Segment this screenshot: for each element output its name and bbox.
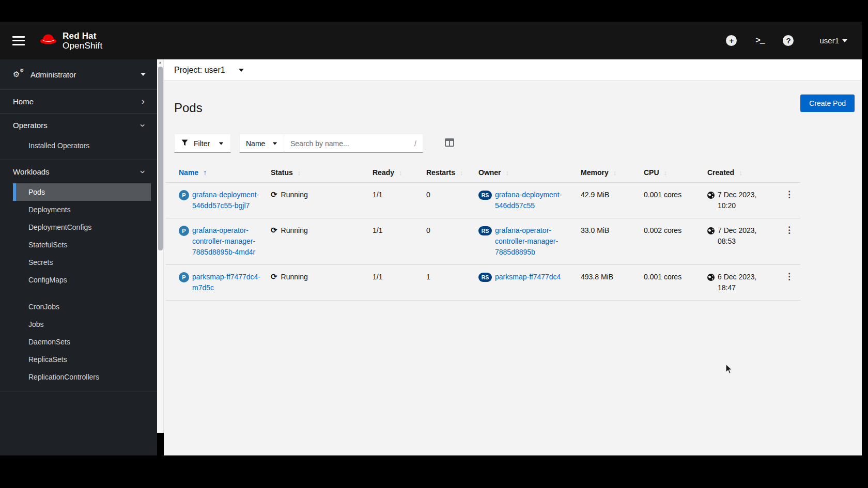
- sidebar-nav-item[interactable]: Secrets: [13, 254, 151, 271]
- sidebar-nav-item[interactable]: Jobs: [13, 316, 151, 333]
- kebab-menu-icon[interactable]: ⋮: [778, 190, 800, 200]
- chevron-down-icon: [141, 73, 146, 76]
- sidebar-group: Operators › Installed Operators: [0, 114, 157, 160]
- user-menu[interactable]: user1: [819, 36, 847, 45]
- pod-link[interactable]: grafana-deployment-546dd57c55-bgjl7: [192, 190, 266, 211]
- terminal-icon[interactable]: >_: [755, 36, 764, 45]
- table-body: P grafana-deployment-546dd57c55-bgjl7 ⟳ …: [166, 182, 800, 300]
- redhat-fedora-icon: [38, 33, 58, 49]
- created-time: 18:47: [718, 284, 736, 292]
- pod-badge-icon: P: [179, 226, 189, 236]
- masthead: Red Hat OpenShift + >_ ? user1: [0, 22, 862, 59]
- sidebar-nav-item-label: Secrets: [28, 258, 53, 266]
- sidebar-nav-item[interactable]: Installed Operators: [13, 137, 151, 154]
- column-header-label: Restarts: [426, 168, 455, 177]
- filter-dropdown[interactable]: Filter: [174, 134, 231, 153]
- sidebar-nav-item-label: Installed Operators: [28, 141, 89, 150]
- sidebar-nav-item[interactable]: CronJobs: [13, 298, 151, 316]
- pod-link[interactable]: grafana-operator-controller-manager-7885…: [192, 225, 266, 258]
- column-header[interactable]: Owner ↑ ↕: [478, 168, 581, 177]
- search-type-dropdown[interactable]: Name: [239, 134, 284, 153]
- column-header[interactable]: Created ↑ ↕: [707, 168, 778, 177]
- pod-created-cell: 6 Dec 2023, 18:47: [707, 272, 778, 293]
- sidebar-group-header[interactable]: Workloads ›: [0, 160, 157, 183]
- owner-link[interactable]: parksmap-ff7477dc4: [495, 272, 561, 282]
- content-scrollbar[interactable]: ▲: [157, 59, 164, 433]
- column-header[interactable]: Name ↑ ↕: [179, 168, 271, 177]
- main-content: Project: user1 Pods Create Pod Filter Na…: [164, 59, 862, 455]
- sidebar-nav-item[interactable]: StatefulSets: [13, 236, 151, 254]
- sidebar-nav-item[interactable]: ReplicationControllers: [13, 368, 151, 386]
- sidebar-nav-item-label: Jobs: [28, 320, 44, 328]
- page-header: Pods Create Pod: [164, 81, 862, 115]
- sidebar-nav-item[interactable]: Pods: [13, 183, 151, 201]
- create-pod-button[interactable]: Create Pod: [800, 95, 855, 112]
- kebab-menu-icon[interactable]: ⋮: [778, 272, 800, 282]
- pod-link[interactable]: parksmap-ff7477dc4-m7d5c: [192, 272, 266, 293]
- sortable-icon: ↕: [298, 169, 301, 177]
- import-yaml-plus-icon[interactable]: +: [726, 35, 737, 46]
- brand-line1: Red Hat: [63, 31, 102, 41]
- column-header[interactable]: Restarts ↑ ↕: [426, 168, 478, 177]
- table-bottom-divider: [166, 300, 800, 301]
- column-header[interactable]: Ready ↑ ↕: [373, 168, 426, 177]
- project-selector-label[interactable]: Project: user1: [174, 66, 225, 75]
- pod-status-cell: ⟳ Running: [271, 272, 373, 282]
- pod-created-cell: 7 Dec 2023, 08:53: [707, 225, 778, 247]
- column-header-label: Created: [707, 168, 734, 177]
- sidebar-nav-item[interactable]: ReplicaSets: [13, 351, 151, 368]
- filter-funnel-icon: [181, 139, 188, 148]
- sidebar-group-items: Installed Operators: [0, 137, 157, 160]
- column-header-label: Memory: [581, 168, 609, 177]
- running-sync-icon: ⟳: [271, 225, 277, 235]
- kebab-menu-icon[interactable]: ⋮: [778, 225, 800, 235]
- pod-ready-cell: 1/1: [373, 190, 426, 200]
- sidebar-nav-item[interactable]: ConfigMaps: [13, 271, 151, 289]
- sidebar-group-items: Pods Deployments DeploymentConfigs State…: [0, 183, 157, 391]
- manage-columns-icon[interactable]: [445, 138, 454, 149]
- scrollbar-thumb[interactable]: [158, 67, 163, 250]
- pod-row: P parksmap-ff7477dc4-m7d5c ⟳ Running 1/1…: [166, 264, 800, 300]
- sidebar-nav-item[interactable]: DaemonSets: [13, 333, 151, 351]
- mouse-cursor: [725, 364, 733, 377]
- perspective-switcher[interactable]: ⚙⚙ Administrator: [0, 59, 157, 90]
- sortable-icon: ↕: [399, 169, 402, 177]
- search-input[interactable]: [290, 139, 399, 148]
- pod-status-label: Running: [281, 272, 308, 282]
- sidebar-nav-item[interactable]: DeploymentConfigs: [13, 218, 151, 236]
- sidebar-group-header[interactable]: Operators ›: [0, 114, 157, 137]
- sidebar-nav-item-label: ConfigMaps: [28, 276, 67, 284]
- sidebar-nav-item-label: ReplicationControllers: [28, 373, 99, 381]
- chevron-down-icon: [219, 142, 224, 145]
- owner-link[interactable]: grafana-deployment-546dd57c55: [495, 190, 575, 211]
- globe-timestamp-icon: [707, 227, 715, 238]
- brand-line2: OpenShift: [63, 41, 102, 51]
- sidebar-nav-item[interactable]: Deployments: [13, 201, 151, 218]
- pod-cpu-cell: 0.002 cores: [644, 225, 707, 236]
- pod-restarts-cell: 0: [426, 225, 478, 236]
- hamburger-menu-icon[interactable]: [12, 36, 25, 45]
- sortable-icon: ↕: [739, 169, 742, 177]
- help-icon[interactable]: ?: [783, 35, 794, 46]
- column-header[interactable]: Memory ↑ ↕: [581, 168, 644, 177]
- user-menu-label: user1: [819, 36, 839, 45]
- search-type-label: Name: [246, 139, 268, 148]
- replicaset-badge-icon: RS: [478, 191, 492, 200]
- column-header[interactable]: CPU ↑ ↕: [644, 168, 707, 177]
- brand-logo: Red Hat OpenShift: [38, 31, 102, 51]
- project-bar: Project: user1: [164, 59, 862, 81]
- sidebar-group-header[interactable]: Home ›: [0, 90, 157, 113]
- column-header[interactable]: Status ↑ ↕: [271, 168, 373, 177]
- created-time: 08:53: [718, 237, 736, 245]
- sortable-icon: ↕: [613, 169, 617, 177]
- pod-owner-cell: RS parksmap-ff7477dc4: [478, 272, 581, 282]
- chevron-down-icon: [842, 39, 847, 42]
- sidebar-nav-item[interactable]: [13, 289, 151, 298]
- pod-badge-icon: P: [179, 190, 189, 200]
- pods-table: Name ↑ ↕ Status ↑ ↕ Ready ↑ ↕ Restarts ↑: [166, 163, 800, 301]
- created-date: 7 Dec 2023,: [718, 226, 757, 234]
- scrollbar-up-arrow-icon[interactable]: ▲: [157, 60, 163, 64]
- chevron-down-icon[interactable]: [239, 69, 244, 72]
- owner-link[interactable]: grafana-operator-controller-manager-7885…: [495, 225, 575, 258]
- created-date: 6 Dec 2023,: [718, 273, 757, 281]
